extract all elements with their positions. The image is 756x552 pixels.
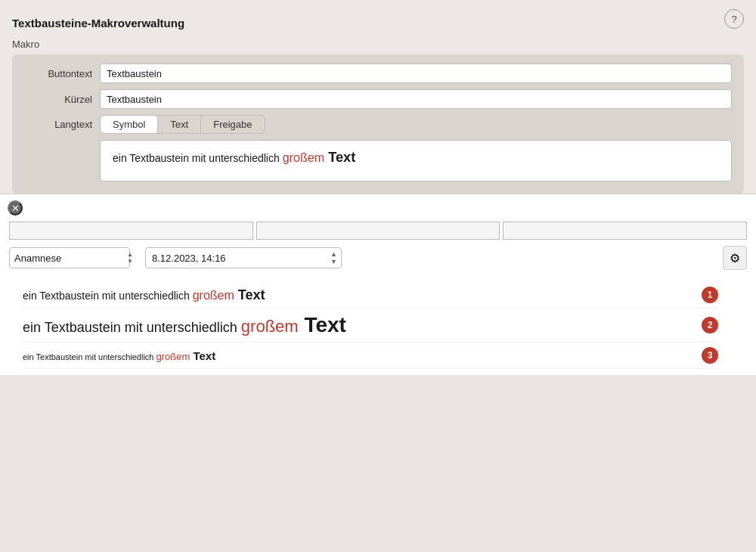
preview-text-normal: ein Textbaustein mit unterschiedlich (113, 152, 283, 164)
bottom-panel: ✕ Anamnese Befund Therapie ▲ ▼ ▲ ▼ (0, 194, 756, 375)
kuerzel-input[interactable] (100, 89, 732, 109)
close-icon: ✕ (11, 203, 20, 214)
langtext-label: Langtext (24, 119, 100, 130)
langtext-section: Langtext Symbol Text Freigabe ein Textba… (24, 115, 732, 181)
tab-text[interactable]: Text (158, 116, 201, 133)
kuerzel-row: Kürzel (24, 89, 732, 109)
app-title: Textbausteine-Makroverwaltung (12, 9, 744, 39)
buttontext-input[interactable] (100, 64, 732, 83)
results-list: ein Textbaustein mit unterschiedlich gro… (0, 276, 756, 375)
section-label: Makro (12, 39, 744, 50)
controls-row: Anamnese Befund Therapie ▲ ▼ ▲ ▼ ⚙ (0, 240, 756, 276)
date-input-wrapper: ▲ ▼ (145, 247, 342, 268)
buttontext-row: Buttontext (24, 64, 732, 83)
result-item-2[interactable]: ein Textbaustein mit unterschiedlich gro… (23, 309, 718, 343)
tab-freigabe[interactable]: Freigabe (201, 116, 264, 133)
category-select-wrapper: Anamnese Befund Therapie ▲ ▼ (9, 247, 138, 268)
result-2-normal: ein Textbaustein mit unterschiedlich (23, 320, 241, 335)
result-text-2: ein Textbaustein mit unterschiedlich gro… (23, 313, 694, 337)
result-text-3: ein Textbaustein mit unterschiedlich gro… (23, 349, 694, 362)
gear-button[interactable]: ⚙ (723, 246, 747, 270)
result-1-bold: Text (234, 287, 265, 302)
langtext-header: Langtext Symbol Text Freigabe (24, 115, 732, 134)
buttontext-label: Buttontext (24, 68, 100, 79)
date-stepper-icon[interactable]: ▲ ▼ (330, 251, 337, 265)
date-input[interactable] (145, 247, 342, 268)
date-up-icon: ▲ (330, 251, 337, 258)
result-3-normal: ein Textbaustein mit unterschiedlich (23, 352, 156, 361)
filter-input-1[interactable] (9, 222, 253, 240)
result-item-3[interactable]: ein Textbaustein mit unterschiedlich gro… (23, 343, 718, 369)
close-button[interactable]: ✕ (8, 200, 23, 216)
filter-input-3[interactable] (503, 222, 747, 240)
preview-text-red: großem (283, 150, 324, 164)
tab-symbol[interactable]: Symbol (101, 116, 158, 133)
category-select[interactable]: Anamnese Befund Therapie (9, 247, 130, 268)
filter-input-2[interactable] (256, 222, 500, 240)
top-panel: Textbausteine-Makroverwaltung ? Makro Bu… (0, 0, 756, 194)
badge-2: 2 (702, 317, 718, 333)
result-3-bold: Text (190, 349, 215, 362)
gear-icon: ⚙ (730, 251, 740, 265)
result-2-bold: Text (299, 313, 346, 336)
result-text-1: ein Textbaustein mit unterschiedlich gro… (23, 287, 694, 303)
filter-row (0, 216, 756, 240)
preview-text-bold: Text (324, 150, 355, 165)
form-panel: Buttontext Kürzel Langtext Symbol Text F… (12, 54, 744, 194)
langtext-preview: ein Textbaustein mit unterschiedlich gro… (100, 140, 732, 181)
kuerzel-label: Kürzel (24, 94, 100, 105)
badge-3: 3 (702, 347, 718, 364)
help-button[interactable]: ? (724, 9, 744, 29)
tab-group: Symbol Text Freigabe (100, 115, 265, 134)
date-down-icon: ▼ (330, 259, 337, 265)
result-3-red: großem (156, 351, 191, 362)
result-1-normal: ein Textbaustein mit unterschiedlich (23, 290, 193, 302)
result-item-1[interactable]: ein Textbaustein mit unterschiedlich gro… (23, 282, 718, 309)
result-2-red: großem (241, 317, 299, 336)
result-1-red: großem (193, 289, 234, 302)
badge-1: 1 (702, 287, 718, 303)
